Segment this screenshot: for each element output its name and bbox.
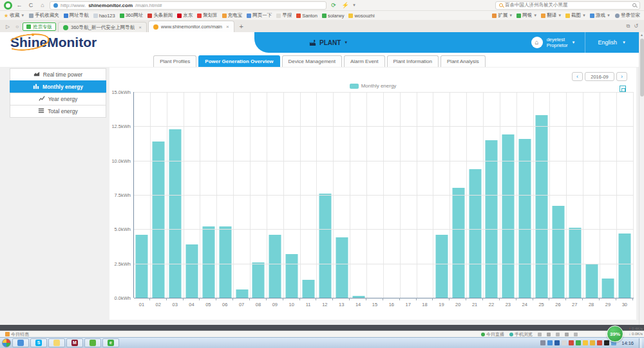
- status-tool-icon[interactable]: [574, 333, 578, 336]
- browser-search-box[interactable]: 百余中国人济州岛被关小黑屋: [495, 1, 640, 10]
- bookmark-item[interactable]: 充电宝: [222, 12, 243, 19]
- bookmark-item[interactable]: 聚划算: [197, 12, 218, 19]
- status-tool-icon[interactable]: [565, 333, 569, 336]
- status-item[interactable]: 今日直播: [481, 331, 504, 338]
- bar-day-09[interactable]: [269, 235, 281, 298]
- bar-day-26[interactable]: [552, 206, 564, 298]
- taskbar-app-user-app[interactable]: [12, 338, 29, 347]
- bar-day-19[interactable]: [435, 235, 448, 298]
- taskbar-app-frog-app[interactable]: [84, 338, 101, 347]
- toolbar-item[interactable]: 网银▼: [516, 12, 537, 19]
- favorites-menu[interactable]: ★ 收藏 ▼: [4, 12, 24, 19]
- toolbar-item[interactable]: 游戏▼: [590, 12, 611, 19]
- bookmark-item[interactable]: Santon: [296, 12, 317, 19]
- tray-icon[interactable]: [590, 340, 595, 345]
- chart-legend[interactable]: Monthly energy: [109, 83, 636, 89]
- browser-tab[interactable]: www.shinemonitor.com/main×: [148, 21, 234, 32]
- reopen-closed-tab-icon[interactable]: ↺: [632, 23, 640, 32]
- start-button[interactable]: [2, 338, 11, 347]
- tray-icon[interactable]: [569, 340, 574, 345]
- status-tool-icon[interactable]: [538, 333, 542, 336]
- bar-day-03[interactable]: [169, 129, 182, 298]
- bar-day-10[interactable]: [286, 254, 298, 298]
- tray-icon[interactable]: [547, 340, 553, 345]
- tray-icon[interactable]: [540, 340, 545, 345]
- status-item[interactable]: 手机浏览: [509, 331, 533, 338]
- tab-device-management[interactable]: Device Management: [282, 55, 342, 67]
- bookmark-item[interactable]: hao123: [93, 12, 115, 19]
- tray-icon[interactable]: [576, 340, 581, 345]
- bookmark-item[interactable]: solarwy: [322, 12, 344, 19]
- bar-day-28[interactable]: [585, 264, 598, 298]
- next-month-button[interactable]: ›: [616, 72, 627, 81]
- tray-icon[interactable]: [583, 340, 588, 345]
- session-restore-icon[interactable]: ○: [14, 24, 21, 32]
- bar-day-27[interactable]: [569, 228, 581, 298]
- bookmark-item[interactable]: 头条新闻: [147, 12, 173, 19]
- tab-plant-information[interactable]: Plant Information: [387, 55, 439, 67]
- bookmark-item[interactable]: wosouzhi: [348, 12, 374, 19]
- tray-icon[interactable]: [604, 340, 609, 345]
- bar-day-11[interactable]: [303, 280, 315, 298]
- tab-power-generation-overview[interactable]: Power Generation Overview: [198, 55, 279, 67]
- tab-plant-analysis[interactable]: Plant Analysis: [440, 55, 486, 67]
- bar-day-22[interactable]: [486, 140, 498, 298]
- language-selector[interactable]: English ▼: [585, 39, 639, 46]
- tray-icon[interactable]: [597, 340, 602, 345]
- toolbar-item[interactable]: 翻译▼: [541, 12, 562, 19]
- home-icon[interactable]: ⌂: [38, 2, 47, 8]
- show-desktop-button[interactable]: [639, 338, 642, 348]
- toolbar-item[interactable]: 扩展▼: [492, 12, 513, 19]
- tab-list-icon[interactable]: ▷: [4, 24, 12, 32]
- date-value[interactable]: 2016-09: [585, 72, 614, 81]
- sidebar-item-real-time-power[interactable]: Real time power: [10, 68, 106, 81]
- bookmark-item[interactable]: 360网址: [120, 12, 144, 19]
- tab-alarm-event[interactable]: Alarm Event: [344, 55, 385, 67]
- bar-day-01[interactable]: [136, 235, 148, 298]
- bar-day-30[interactable]: [619, 234, 631, 298]
- speed-boost-icon[interactable]: ⚡: [341, 2, 350, 8]
- scrollbar-thumb[interactable]: [640, 39, 644, 96]
- bar-day-05[interactable]: [202, 226, 214, 298]
- bar-day-02[interactable]: [153, 142, 165, 298]
- taskbar-app-browser-360[interactable]: e: [102, 338, 119, 347]
- tray-icon[interactable]: [562, 340, 567, 345]
- status-tool-icon[interactable]: [556, 333, 560, 336]
- sidebar-item-total-energy[interactable]: Total energy: [10, 105, 106, 118]
- toolbar-item[interactable]: 截图▼: [565, 12, 586, 19]
- tab-plant-profiles[interactable]: Plant Profiles: [153, 55, 196, 67]
- bar-day-13[interactable]: [336, 237, 348, 298]
- tray-icon[interactable]: [554, 340, 560, 345]
- bar-day-24[interactable]: [519, 139, 531, 298]
- bar-day-08[interactable]: [252, 262, 265, 298]
- close-tab-icon[interactable]: ×: [138, 24, 142, 30]
- status-tool-icon[interactable]: [547, 333, 551, 336]
- back-icon[interactable]: ←: [15, 2, 24, 8]
- sidebar-item-year-energy[interactable]: Year energy: [10, 93, 106, 105]
- page-scrollbar[interactable]: ▲: [639, 32, 644, 325]
- refresh-icon[interactable]: C: [26, 2, 35, 8]
- close-tab-icon[interactable]: ×: [226, 24, 229, 30]
- bar-day-29[interactable]: [602, 279, 614, 298]
- sidebar-item-monthly-energy[interactable]: Monthly energy: [10, 80, 106, 93]
- bar-day-25[interactable]: [536, 115, 548, 298]
- bookmark-item[interactable]: 手机收藏夹: [29, 12, 59, 19]
- bookmark-item[interactable]: 网址导航: [64, 12, 89, 19]
- taskbar-app-m-app[interactable]: M: [66, 338, 83, 347]
- bookmark-item[interactable]: 网页一下: [247, 12, 272, 19]
- scroll-up-icon[interactable]: ▲: [639, 32, 644, 38]
- address-bar[interactable]: http://www.shinemonitor.com/main.html#: [50, 1, 327, 10]
- prev-month-button[interactable]: ‹: [572, 72, 583, 81]
- taskbar-app-notes[interactable]: [48, 338, 65, 347]
- ticket-grab-button[interactable]: 抢票专版: [23, 23, 56, 31]
- speedup-ball[interactable]: 39%: [607, 325, 623, 342]
- user-menu[interactable]: ⌂ deyetest Proprietor ▼: [522, 32, 585, 53]
- plant-menu[interactable]: PLANT ▼: [309, 39, 348, 46]
- bookmark-item[interactable]: 京东: [177, 12, 193, 19]
- bar-day-23[interactable]: [502, 134, 515, 298]
- bar-day-12[interactable]: [319, 194, 331, 298]
- reload-page-icon[interactable]: ⟳: [329, 2, 338, 8]
- taskbar-clock[interactable]: 14:16: [618, 340, 638, 346]
- chevron-down-icon[interactable]: ▼: [352, 3, 356, 7]
- bar-day-21[interactable]: [469, 169, 481, 298]
